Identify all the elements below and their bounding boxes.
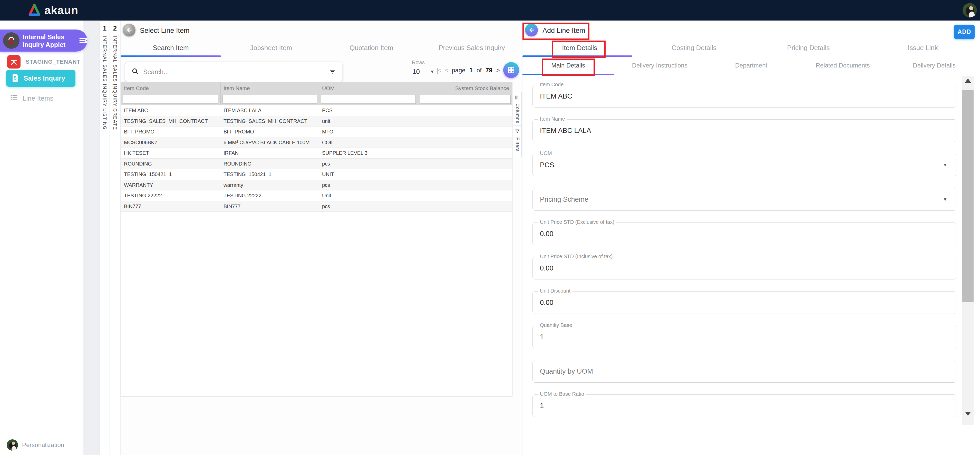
rows-per-page-value[interactable]: 10 — [412, 68, 420, 76]
filter-input-item-code[interactable] — [123, 95, 218, 104]
scrollbar-thumb[interactable] — [962, 90, 974, 302]
table-row[interactable]: TESTING_150421_1TESTING_150421_1UNIT — [121, 169, 512, 180]
sidebar: Internal Sales Inquiry Applet STAGING_TE… — [0, 21, 83, 455]
rows-caret-icon[interactable]: ▼ — [430, 69, 434, 75]
table-row[interactable]: BIN777BIN777pcs — [121, 201, 512, 212]
logo-text: akaun — [45, 4, 78, 17]
items-table: Item Code Item Name UOM System Stock Bal… — [121, 82, 512, 396]
top-navbar: akaun — [0, 0, 980, 21]
user-avatar[interactable] — [963, 3, 977, 18]
column-header-system-stock-balance[interactable]: System Stock Balance — [455, 82, 509, 94]
akaun-triangle-icon — [27, 3, 42, 18]
column-header-item-code[interactable]: Item Code — [124, 82, 149, 94]
pagination: |< < page 1 of 79 > >| — [437, 67, 508, 74]
rows-select-underline — [412, 78, 436, 78]
chevron-down-icon[interactable]: ▼ — [943, 197, 947, 202]
column-header-item-name[interactable]: Item Name — [224, 82, 250, 94]
pricing-scheme-select[interactable]: Pricing Scheme ▼ — [533, 188, 956, 211]
filters-side-tab[interactable]: Filters — [513, 126, 522, 157]
sidebar-collapse-icon[interactable] — [76, 33, 91, 48]
sidebar-item-applet[interactable]: Internal Sales Inquiry Applet — [0, 30, 87, 52]
prev-page-button[interactable]: < — [445, 67, 448, 74]
svg-text:$: $ — [14, 75, 16, 81]
funnel-icon — [514, 129, 520, 135]
chevron-down-icon[interactable]: ▼ — [943, 162, 947, 168]
scroll-up-icon[interactable] — [965, 78, 971, 83]
sidebar-item-line-items[interactable]: Line Items — [10, 94, 53, 103]
select-line-item-panel: Select Line Item Search Item Jobsheet It… — [121, 21, 522, 455]
quantity-by-uom-field[interactable]: Quantity by UOM — [533, 360, 956, 383]
columns-side-tab[interactable]: Columns — [513, 92, 522, 126]
back-button[interactable] — [123, 24, 135, 37]
subtab-delivery-instructions[interactable]: Delivery Instructions — [614, 57, 706, 75]
strip-number: 1 — [100, 21, 110, 32]
unit-price-std-inclusive-field[interactable]: Unit Price STD (Inclusive of tax) 0.00 — [533, 257, 956, 280]
tenant-icon — [7, 55, 21, 68]
subtab-related-documents[interactable]: Related Documents — [797, 57, 889, 75]
tab-quotation-item[interactable]: Quotation Item — [321, 41, 422, 57]
sidebar-item-sales-inquiry[interactable]: $ Sales Inquiry — [6, 70, 75, 87]
sidebar-item-tenant[interactable]: STAGING_TENANT — [7, 55, 81, 68]
vertical-tab-inquiry-listing[interactable]: 1 INTERNAL SALES INQUIRY LISTING — [100, 21, 110, 455]
quantity-base-field[interactable]: Quantity Base 1 — [533, 326, 956, 348]
tab-issue-link[interactable]: Issue Link — [865, 41, 980, 57]
tenant-label: STAGING_TENANT — [25, 59, 81, 65]
scrollbar[interactable] — [962, 76, 974, 425]
strip-label: INTERNAL SALES INQUIRY LISTING — [102, 36, 108, 130]
search-box[interactable] — [125, 62, 342, 82]
next-page-button[interactable]: > — [496, 67, 500, 74]
subtab-delivery-details[interactable]: Delivery Details — [888, 57, 980, 75]
page-title: Select Line Item — [140, 27, 189, 35]
table-row[interactable]: TESTING 22222TESTING 22222Unit — [121, 191, 512, 201]
column-header-uom[interactable]: UOM — [322, 82, 335, 94]
table-row[interactable]: TESTING_SALES_MH_CONTRACTTESTING_SALES_M… — [121, 116, 512, 127]
tab-costing-details[interactable]: Costing Details — [637, 41, 751, 57]
first-page-button[interactable]: |< — [437, 67, 441, 74]
filter-list-icon[interactable] — [329, 68, 336, 76]
applet-title: Internal Sales Inquiry Applet — [22, 33, 65, 48]
tab-search-item[interactable]: Search Item — [121, 41, 221, 57]
filter-input-system-stock-balance[interactable] — [420, 95, 511, 104]
left-panel-tabs: Search Item Jobsheet Item Quotation Item… — [121, 41, 522, 57]
list-icon — [10, 94, 18, 103]
search-icon — [131, 67, 139, 76]
sales-inquiry-label: Sales Inquiry — [24, 75, 65, 83]
strip-number: 2 — [110, 21, 120, 32]
personalization-avatar — [7, 439, 18, 451]
add-button[interactable]: ADD — [954, 25, 975, 39]
page-total: 79 — [485, 67, 492, 74]
table-row[interactable]: BFF PROMOBFF PROMOMTO — [121, 127, 512, 137]
sidebar-item-personalization[interactable]: Personalization — [7, 439, 64, 451]
table-row[interactable]: ITEM ABCITEM ABC LALAPCS — [121, 105, 512, 116]
table-row[interactable]: ROUNDINGROUNDINGpcs — [121, 159, 512, 169]
tab-jobsheet-item[interactable]: Jobsheet Item — [221, 41, 321, 57]
item-code-field[interactable]: Item Code ITEM ABC — [533, 85, 956, 108]
grid-view-button[interactable] — [503, 62, 519, 78]
item-name-field[interactable]: Item Name ITEM ABC LALA — [533, 119, 956, 142]
filter-input-uom[interactable] — [321, 95, 416, 104]
page-current: 1 — [469, 67, 473, 74]
of-label: of — [477, 67, 482, 74]
unit-price-std-exclusive-field[interactable]: Unit Price STD (Exclusive of tax) 0.00 — [533, 223, 956, 245]
active-tab-underline — [121, 56, 221, 57]
search-input[interactable] — [143, 68, 325, 76]
annotation-box-add-line-item — [522, 22, 589, 40]
table-row[interactable]: WARRANTYwarrantypcs — [121, 180, 512, 191]
tab-pricing-details[interactable]: Pricing Details — [751, 41, 866, 57]
line-items-label: Line Items — [22, 94, 53, 102]
document-dollar-icon: $ — [11, 73, 19, 83]
personalization-label: Personalization — [22, 441, 64, 449]
scroll-down-icon[interactable] — [965, 412, 971, 416]
uom-select[interactable]: UOM PCS ▼ — [533, 154, 956, 176]
filter-input-item-name[interactable] — [223, 95, 317, 104]
subtab-department[interactable]: Department — [705, 57, 797, 75]
unit-discount-field[interactable]: Unit Discount 0.00 — [533, 291, 956, 314]
tab-previous-sales-inquiry[interactable]: Previous Sales Inquiry — [422, 41, 522, 57]
strip-label: INTERNAL SALES INQUIRY CREATE — [112, 36, 118, 130]
uom-to-base-ratio-field[interactable]: UOM to Base Ratio 1 — [533, 395, 956, 417]
columns-icon — [514, 95, 520, 101]
vertical-tab-inquiry-create[interactable]: 2 INTERNAL SALES INQUIRY CREATE — [110, 21, 120, 455]
table-row[interactable]: HK TESETIRFANSUPPLER LEVEL 3 — [121, 148, 512, 159]
table-row[interactable]: MCSC006BKZ6 MM² CU/PVC BLACK CABLE 100MC… — [121, 137, 512, 148]
annotation-box-main-details — [542, 59, 595, 76]
